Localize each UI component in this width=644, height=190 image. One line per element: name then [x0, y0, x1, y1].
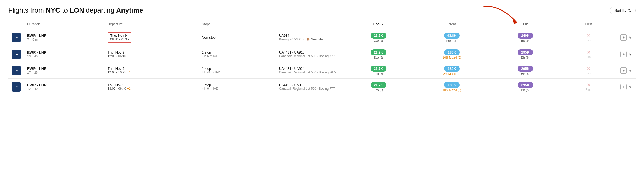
first-unavailable: ✕ First	[563, 50, 614, 59]
expand-button[interactable]: ＋	[620, 51, 627, 57]
first-unavailable: ✕ First	[563, 33, 614, 42]
flight-codes: UA4431 · UA924	[279, 67, 341, 71]
biz-price-cell: 140K Biz (9)	[491, 29, 560, 46]
eco-badge: 21.7K	[371, 33, 386, 39]
route-duration: 12 h 40 m	[27, 87, 101, 91]
aircraft-info: Canadair Regional Jet 550 · Boeing 767-	[279, 71, 341, 74]
sort-icon: ⇅	[628, 8, 631, 13]
departure-highlighted: Thu, Nov 9 08:30 - 20:35	[108, 32, 131, 43]
col-duration: Duration	[24, 19, 104, 29]
table-row: UA EWR - LHR 7 h 5 m Thu, Nov 9 08:30 - …	[8, 29, 636, 46]
flight-info-cell: UA4499 · UA918 Canadair Regional Jet 550…	[276, 79, 344, 95]
airline-logo: UA	[12, 82, 21, 92]
chevron-button[interactable]: ∨	[629, 68, 631, 73]
col-actions	[617, 19, 636, 29]
route-duration-cell: EWR - LHR 13 h 40 m	[24, 46, 104, 62]
action-cell: ＋ ∨	[617, 79, 636, 95]
first-price-cell: ✕ First	[560, 29, 617, 46]
flights-table: Duration Departure Stops Eco ▲ Prem Biz …	[8, 19, 636, 95]
seat-icon: 🪑	[306, 38, 310, 41]
biz-price-cell: 295K Biz (8)	[491, 46, 560, 62]
departure-normal: Thu, Nov 9 13:00 - 06:40 +1	[108, 83, 196, 91]
route-duration: 13 h 40 m	[27, 55, 101, 58]
prem-price-cell: 180K 10% Mixed (5)	[413, 79, 491, 95]
departure-cell: Thu, Nov 9 12:00 - 06:40 +1	[104, 46, 199, 62]
col-prem: Prem	[413, 19, 491, 29]
col-flight-info	[276, 19, 344, 29]
eco-badge: 21.7K	[371, 66, 386, 72]
departure-normal: Thu, Nov 9 12:00 - 10:25 +1	[108, 67, 196, 74]
aircraft-name: Canadair Regional Jet 550 · Boeing 777	[279, 54, 335, 58]
eco-price-cell: 21.7K Eco (6)	[344, 46, 413, 62]
seat-map-link[interactable]: 🪑 Seat Map	[306, 38, 324, 41]
departure-cell: Thu, Nov 9 13:00 - 06:40 +1	[104, 79, 199, 95]
chevron-button[interactable]: ∨	[629, 85, 631, 89]
action-cell: ＋ ∨	[617, 29, 636, 46]
prem-sub: 8% Mixed (2)	[416, 72, 488, 75]
table-row: UA EWR - LHR 12 h 40 m Thu, Nov 9 13:00 …	[8, 79, 636, 95]
prem-badge: 180K	[444, 66, 460, 72]
col-stops: Stops	[199, 19, 276, 29]
eco-sub: Eco (6)	[347, 72, 410, 75]
biz-sub: Biz (5)	[494, 88, 557, 92]
biz-badge: 140K	[518, 33, 533, 39]
route-name: EWR - LHR	[27, 34, 101, 38]
prem-sub: 10% Mixed (5)	[416, 88, 488, 92]
table-header-row: Duration Departure Stops Eco ▲ Prem Biz …	[8, 19, 636, 29]
first-label: First	[586, 55, 591, 59]
prem-badge: 93.8K	[444, 33, 460, 39]
departure-cell: Thu, Nov 9 08:30 - 20:35	[104, 29, 199, 46]
prem-price-cell: 180K 10% Mixed (6)	[413, 46, 491, 62]
x-icon: ✕	[587, 82, 590, 87]
sort-button[interactable]: Sort By ⇅	[610, 7, 636, 14]
biz-sub: Biz (9)	[494, 39, 557, 42]
page-title: Flights from NYC to LON departing Anytim…	[8, 6, 143, 14]
stops-label: 1 stop	[202, 50, 273, 54]
aircraft-info: Boeing 767-300·🪑 Seat Map	[279, 38, 341, 41]
col-logo	[8, 19, 24, 29]
prem-badge: 180K	[444, 82, 460, 88]
sort-label: Sort By	[614, 8, 626, 13]
x-icon: ✕	[587, 66, 590, 71]
first-price-cell: ✕ First	[560, 62, 617, 79]
table-row: UA EWR - LHR 17 h 25 m Thu, Nov 9 12:00 …	[8, 62, 636, 79]
page-header: Flights from NYC to LON departing Anytim…	[8, 6, 636, 14]
action-cell: ＋ ∨	[617, 46, 636, 62]
first-label: First	[586, 88, 591, 91]
route-name: EWR - LHR	[27, 83, 101, 87]
stops-cell: Non-stop	[199, 29, 276, 46]
eco-price-cell: 21.7K Eco (5)	[344, 79, 413, 95]
biz-price-cell: 295K Biz (8)	[491, 62, 560, 79]
x-icon: ✕	[587, 33, 590, 38]
chevron-button[interactable]: ∨	[629, 52, 631, 56]
col-eco: Eco ▲	[344, 19, 413, 29]
biz-sub: Biz (8)	[494, 72, 557, 75]
biz-price-cell: 295K Biz (5)	[491, 79, 560, 95]
col-first: First	[560, 19, 617, 29]
stops-label: 1 stop	[202, 67, 273, 71]
aircraft-info: Canadair Regional Jet 550 · Boeing 777	[279, 54, 341, 58]
expand-button[interactable]: ＋	[620, 34, 627, 41]
aircraft-name: Canadair Regional Jet 550 · Boeing 767-	[279, 71, 336, 74]
stops-label: Non-stop	[202, 35, 273, 39]
stops-cell: 1 stop 5 h 6 m IAD	[199, 46, 276, 62]
eco-sort-arrow: ▲	[381, 23, 384, 26]
action-cell: ＋ ∨	[617, 62, 636, 79]
aircraft-name: Canadair Regional Jet 550 · Boeing 777	[279, 87, 335, 91]
airline-logo: UA	[12, 50, 21, 59]
biz-sub: Biz (8)	[494, 56, 557, 59]
eco-badge: 21.7K	[371, 82, 386, 88]
route-duration-cell: EWR - LHR 17 h 25 m	[24, 62, 104, 79]
route-name: EWR - LHR	[27, 67, 101, 71]
route-duration: 7 h 5 m	[27, 38, 101, 41]
expand-button[interactable]: ＋	[620, 84, 627, 90]
table-row: UA EWR - LHR 13 h 40 m Thu, Nov 9 12:00 …	[8, 46, 636, 62]
stops-cell: 1 stop 8 h 41 m IAD	[199, 62, 276, 79]
chevron-button[interactable]: ∨	[629, 35, 631, 40]
expand-button[interactable]: ＋	[620, 67, 627, 74]
first-unavailable: ✕ First	[563, 82, 614, 91]
prem-badge: 180K	[444, 49, 460, 55]
col-departure: Departure	[104, 19, 199, 29]
route-duration-cell: EWR - LHR 12 h 40 m	[24, 79, 104, 95]
airline-logo-cell: UA	[8, 62, 24, 79]
